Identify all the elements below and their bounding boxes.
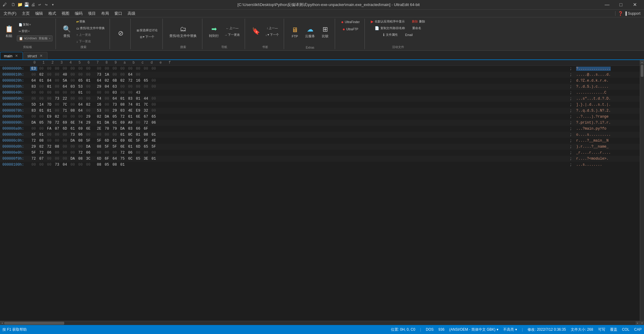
tab-struct-close[interactable]: ✕	[39, 53, 44, 58]
hex-byte[interactable]: 06	[46, 151, 53, 155]
hex-byte[interactable]: 83	[127, 97, 134, 101]
hex-byte[interactable]: 72	[38, 151, 45, 155]
hex-byte[interactable]: A9	[127, 121, 134, 125]
hex-byte[interactable]: 00	[53, 151, 61, 155]
hex-byte[interactable]: 72	[30, 157, 37, 161]
hex-byte[interactable]: 00	[77, 115, 84, 119]
hex-byte[interactable]: 64	[111, 157, 118, 161]
vscroll-up[interactable]: ▴	[640, 60, 644, 64]
hex-byte[interactable]: 61	[111, 139, 118, 143]
hex-byte[interactable]: 00	[61, 151, 68, 155]
hex-byte[interactable]: 08	[53, 145, 61, 149]
vscroll[interactable]: ▴ ▾	[640, 60, 644, 325]
hex-byte[interactable]: 65	[150, 115, 157, 119]
hex-byte[interactable]: 01	[38, 109, 45, 113]
hex-byte[interactable]: 08	[95, 145, 103, 149]
hex-byte[interactable]: 00	[135, 85, 142, 89]
qa-new[interactable]: 🗋	[10, 2, 16, 8]
hex-byte[interactable]: 6B	[111, 79, 118, 83]
hex-byte[interactable]: 00	[38, 115, 45, 119]
hex-byte[interactable]: 01	[95, 121, 103, 125]
table-row[interactable]: 00000050h:000000732200000074006401830144…	[0, 96, 640, 102]
hex-byte[interactable]: 83	[30, 85, 37, 89]
hex-byte[interactable]: DA	[69, 139, 76, 143]
find-button[interactable]: 🔍 查找	[60, 25, 73, 39]
hex-byte[interactable]: 00	[46, 163, 53, 167]
hex-byte[interactable]: 72	[77, 151, 84, 155]
hex-byte[interactable]: 06	[127, 151, 134, 155]
hex-byte[interactable]: 01	[150, 157, 157, 161]
hex-byte[interactable]: 01	[135, 133, 142, 137]
replace-button[interactable]: ⇄ 替换	[74, 19, 107, 25]
hex-byte[interactable]: 4E	[127, 109, 134, 113]
hex-byte[interactable]: 5F	[142, 139, 150, 143]
hex-byte[interactable]: 71	[61, 109, 68, 113]
hex-byte[interactable]: 00	[38, 67, 45, 71]
hex-byte[interactable]: 7C	[61, 103, 68, 107]
hex-byte[interactable]: 00	[38, 85, 45, 89]
table-row[interactable]: 00000090h:DA057072696E742901DA0169A90072…	[0, 120, 640, 126]
hex-byte[interactable]: 6D	[61, 127, 68, 131]
cloud-button[interactable]: ☁ 云服务	[303, 25, 317, 39]
hex-byte[interactable]: 69	[119, 139, 126, 143]
hex-byte[interactable]: 00	[69, 115, 76, 119]
hex-byte[interactable]: 6C	[127, 157, 134, 161]
hex-byte[interactable]: 64	[95, 79, 103, 83]
hex-byte[interactable]: 00	[30, 163, 37, 167]
menu-layout[interactable]: 布局	[99, 10, 111, 17]
hex-byte[interactable]: 70	[103, 127, 110, 131]
hex-byte[interactable]: 00	[85, 133, 92, 137]
hex-byte[interactable]: 69	[77, 127, 84, 131]
hex-byte[interactable]: 01	[119, 163, 126, 167]
tab-struct[interactable]: struct ✕	[23, 52, 47, 59]
hex-byte[interactable]: 00	[135, 67, 142, 71]
hex-byte[interactable]: 00	[61, 145, 68, 149]
hex-byte[interactable]: 75	[119, 157, 126, 161]
menu-home[interactable]: 主页	[20, 10, 32, 17]
hex-byte[interactable]: 00	[77, 73, 84, 77]
hex-byte[interactable]: 00	[61, 139, 68, 143]
hex-byte[interactable]: 00	[61, 115, 68, 119]
hex-byte[interactable]: 04	[103, 85, 110, 89]
hex-byte[interactable]: 64	[77, 103, 84, 107]
hex-byte[interactable]: 00	[69, 79, 76, 83]
hex-byte[interactable]: 29	[30, 145, 37, 149]
hex-byte[interactable]: 0C	[127, 133, 134, 137]
hex-byte[interactable]: 7C	[142, 103, 150, 107]
hex-byte[interactable]: 00	[38, 91, 45, 95]
highlight-arrow[interactable]: ▾	[515, 327, 517, 332]
hex-byte[interactable]: 6E	[127, 139, 134, 143]
hex-byte[interactable]: 6D	[135, 145, 142, 149]
minimize-button[interactable]: —	[600, 0, 614, 10]
hex-byte[interactable]: 5A	[61, 79, 68, 83]
menu-window[interactable]: 窗口	[112, 10, 125, 17]
hex-byte[interactable]: 01	[111, 121, 118, 125]
hex-byte[interactable]: 02	[103, 79, 110, 83]
hex-byte[interactable]: 00	[103, 133, 110, 137]
hex-byte[interactable]: 07	[53, 127, 61, 131]
hex-byte[interactable]: 00	[127, 85, 134, 89]
menu-advanced[interactable]: 高级	[125, 10, 138, 17]
hex-byte[interactable]: 65	[77, 79, 84, 83]
hex-byte[interactable]: 6F	[103, 157, 110, 161]
hex-byte[interactable]: 08	[95, 163, 103, 167]
hex-byte[interactable]: 40	[61, 73, 68, 77]
hex-byte[interactable]: 5F	[95, 139, 103, 143]
qa-dropdown[interactable]: ▾	[50, 2, 56, 8]
hex-byte[interactable]: 00	[46, 157, 53, 161]
hex-byte[interactable]: 73	[69, 133, 76, 137]
hex-byte[interactable]: 00	[30, 73, 37, 77]
hex-byte[interactable]: 00	[150, 79, 157, 83]
hex-byte[interactable]: 73	[53, 163, 61, 167]
hex-byte[interactable]: 00	[53, 139, 61, 143]
hex-byte[interactable]: 00	[53, 133, 61, 137]
hex-byte[interactable]: 72	[142, 121, 150, 125]
table-row[interactable]: 00000040h:0000000000000100000003000043;.…	[0, 90, 640, 96]
hex-byte[interactable]: 00	[150, 97, 157, 101]
hex-byte[interactable]: 00	[69, 163, 76, 167]
hex-byte[interactable]: 00	[103, 97, 110, 101]
hex-byte[interactable]: 00	[119, 91, 126, 95]
hex-byte[interactable]: 00	[85, 73, 92, 77]
hex-byte[interactable]: DA	[30, 121, 37, 125]
hex-byte[interactable]: 01	[119, 97, 126, 101]
